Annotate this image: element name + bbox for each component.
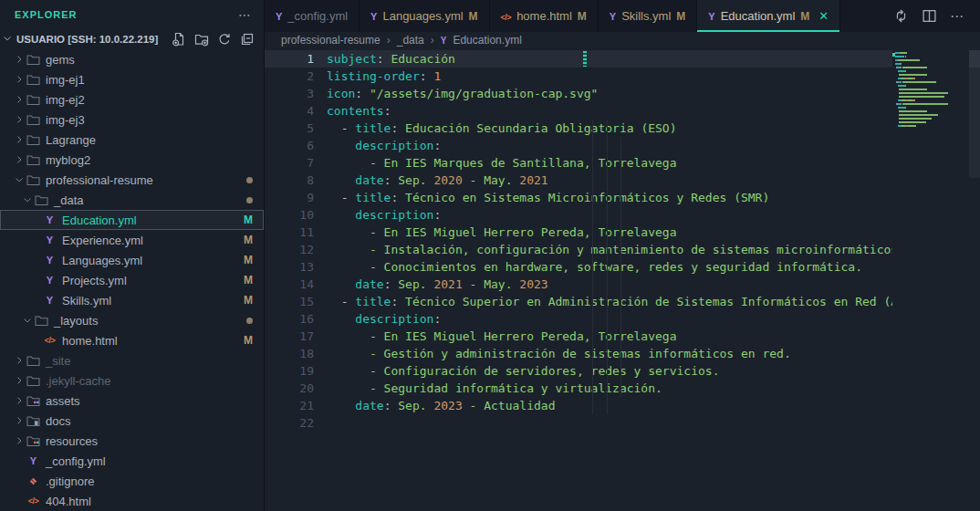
folder-icon <box>26 355 41 367</box>
tab-config-yml[interactable]: Y_config.yml <box>265 0 360 32</box>
tree-item-docs[interactable]: docs <box>0 411 264 431</box>
line-number: 12 <box>265 241 327 258</box>
tree-item-resources[interactable]: resources <box>0 431 264 451</box>
close-icon[interactable]: ✕ <box>818 9 829 23</box>
explorer-more-icon[interactable]: ⋯ <box>238 7 251 22</box>
code-line[interactable]: 17 - En IES Miguel Herrero Pereda, Torre… <box>265 328 980 345</box>
breadcrumb-folder[interactable]: _data <box>397 34 424 47</box>
minimap-line <box>895 70 969 72</box>
code-line[interactable]: 4contents: <box>265 102 980 120</box>
tree-item-lagrange[interactable]: Lagrange <box>0 130 264 150</box>
refresh-explorer-icon[interactable] <box>217 32 232 47</box>
code-line[interactable]: 1subject: Educación <box>265 50 980 68</box>
folder-icon <box>26 134 41 146</box>
code-token: Técnico en Sistemas Microinformáticos y … <box>398 189 769 206</box>
code-line[interactable]: 15 - title: Técnico Superior en Administ… <box>265 293 980 310</box>
collapse-folders-icon[interactable] <box>240 32 255 47</box>
code-line[interactable]: 11 - En IES Miguel Herrero Pereda, Torre… <box>265 224 980 241</box>
code-line[interactable]: 9 - title: Técnico en Sistemas Microinfo… <box>265 189 980 206</box>
tree-item-config-yml[interactable]: Y_config.yml <box>0 451 264 471</box>
tree-item-data[interactable]: _data <box>0 190 264 210</box>
code-line[interactable]: 16 description: <box>265 310 980 328</box>
editor-actions: ⋯ <box>879 0 980 32</box>
code-line[interactable]: 13 - Conocimientos en hardware, software… <box>265 258 980 276</box>
code-token: title <box>355 189 391 206</box>
code-token: - En IES Miguel Herrero Pereda, Torrelav… <box>327 224 677 241</box>
tree-item-professional-resume[interactable]: professional-resume <box>0 170 264 190</box>
tree-item-education-yml[interactable]: YEducation.ymlM <box>0 210 264 230</box>
tree-item-404-html[interactable]: </>404.html <box>0 491 264 511</box>
tree-item-site[interactable]: _site <box>0 350 264 370</box>
more-actions-icon[interactable]: ⋯ <box>950 8 965 24</box>
editor-group: Y_config.ymlYLanguages.ymlM</>home.htmlM… <box>265 0 980 511</box>
tree-item-img-ej2[interactable]: img-ej2 <box>0 89 264 110</box>
tree-item-gitignore[interactable]: .gitignore <box>0 471 264 491</box>
git-modified-badge: M <box>244 234 253 246</box>
scrollbar-slider[interactable] <box>969 50 980 178</box>
code-line[interactable]: 3icon: "/assets/img/graduation-cap.svg" <box>265 85 980 102</box>
folder-icon <box>26 154 41 166</box>
tree-item-languages-yml[interactable]: YLanguages.ymlM <box>0 250 264 270</box>
minimap-line <box>895 85 969 87</box>
code-line[interactable]: 18 - Gestión y administración de sistema… <box>265 345 980 362</box>
code-line[interactable]: 2listing-order: 1 <box>265 68 980 85</box>
tree-item-label: Projects.yml <box>62 274 127 287</box>
tab-languages-yml[interactable]: YLanguages.ymlM <box>360 0 490 32</box>
breadcrumb-folder[interactable]: professional-resume <box>281 34 381 47</box>
code-token: : <box>433 206 441 224</box>
minimap[interactable] <box>892 50 969 511</box>
tab-education-yml[interactable]: YEducation.ymlM✕ <box>697 0 840 32</box>
code-token: : <box>377 50 384 68</box>
tree-item-img-ej3[interactable]: img-ej3 <box>0 110 264 130</box>
tree-item-label: img-ej2 <box>46 93 85 107</box>
tree-item-layouts[interactable]: _layouts <box>0 310 264 330</box>
new-folder-icon[interactable] <box>194 32 209 47</box>
code-line[interactable]: 14 date: Sep. 2021 - May. 2023 <box>265 276 980 293</box>
code-line[interactable]: 19 - Configuración de servidores, redes … <box>265 362 980 380</box>
code-line[interactable]: 10 description: <box>265 206 980 224</box>
tree-item-label: Education.yml <box>62 214 137 227</box>
git-file-icon <box>26 475 41 487</box>
workspace-section-header[interactable]: USUARIO [SSH: 10.0.22.219] <box>0 29 264 49</box>
code-token: Sep. <box>391 172 433 189</box>
tree-item-gems[interactable]: gems <box>0 49 264 69</box>
code-token: - Instalación, configuración y mantenimi… <box>327 241 898 258</box>
minimap-line <box>895 107 969 109</box>
tree-item-label: Experience.yml <box>62 234 143 247</box>
tree-item-img-ej1[interactable]: img-ej1 <box>0 69 264 89</box>
minimap-line <box>895 99 969 101</box>
code-editor[interactable]: 1subject: Educación2listing-order: 13ico… <box>265 48 980 511</box>
code-line[interactable]: 22 <box>265 414 980 432</box>
code-line[interactable]: 21 date: Sep. 2023 - Actualidad <box>265 397 980 414</box>
chevron-right-icon <box>13 54 26 65</box>
code-token: - May. <box>463 172 520 189</box>
minimap-line <box>895 129 969 130</box>
split-editor-icon[interactable] <box>922 8 937 24</box>
tree-item-myblog2[interactable]: myblog2 <box>0 150 264 170</box>
tree-item-assets[interactable]: assets <box>0 391 264 411</box>
minimap-line <box>895 59 969 61</box>
breadcrumb-file[interactable]: Education.yml <box>453 34 521 47</box>
tab-skills-yml[interactable]: YSkills.ymlM <box>599 0 698 32</box>
minimap-line <box>895 78 969 79</box>
tree-item-skills-yml[interactable]: YSkills.ymlM <box>0 290 264 310</box>
chevron-right-icon <box>13 154 26 165</box>
code-line[interactable]: 5 - title: Educación Secundaria Obligato… <box>265 120 980 137</box>
code-line[interactable]: 7 - En IES Marques de Santillana, Torrel… <box>265 154 980 172</box>
tree-item-home-html[interactable]: </>home.htmlM <box>0 330 264 350</box>
new-file-icon[interactable] <box>172 32 186 47</box>
tab-label: _config.yml <box>287 9 348 23</box>
tab-home-html[interactable]: </>home.htmlM <box>490 0 599 32</box>
tree-item-projects-yml[interactable]: YProjects.ymlM <box>0 270 264 290</box>
code-token: subject <box>327 50 377 68</box>
code-line[interactable]: 12 - Instalación, configuración y manten… <box>265 241 980 258</box>
tree-item-experience-yml[interactable]: YExperience.ymlM <box>0 230 264 250</box>
open-changes-icon[interactable] <box>893 8 909 24</box>
code-line[interactable]: 8 date: Sep. 2020 - May. 2021 <box>265 172 980 189</box>
code-line[interactable]: 6 description: <box>265 137 980 154</box>
code-token: Sep. <box>391 397 433 414</box>
minimap-line <box>895 74 969 76</box>
chevron-right-icon <box>13 134 26 145</box>
code-line[interactable]: 20 - Seguridad informática y virtualizac… <box>265 380 980 397</box>
tree-item-jekyll-cache[interactable]: .jekyll-cache <box>0 370 264 391</box>
